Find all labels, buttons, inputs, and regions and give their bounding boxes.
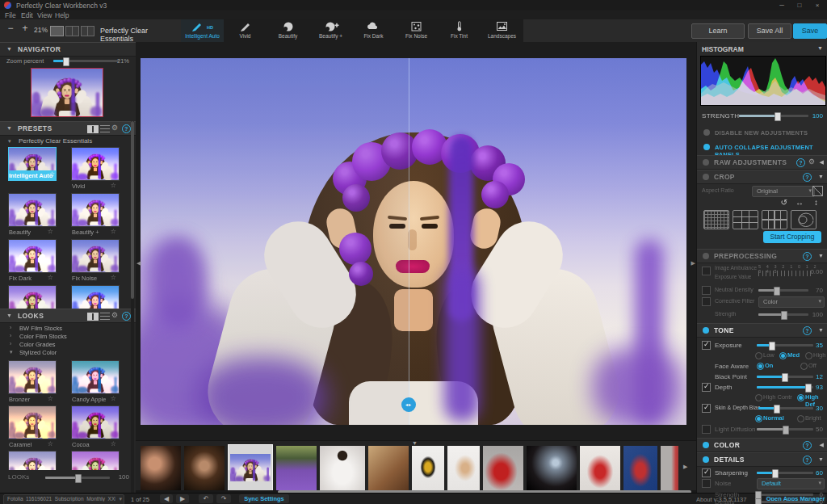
look-item-bronzer[interactable]: ◂▸ Bronzer☆ [8, 360, 55, 405]
preset-item-beautify-plus[interactable]: ◂▸ Beautify +☆ [71, 193, 118, 237]
looks-group-bw-film-stocks[interactable]: › BW Film Stocks [10, 325, 131, 333]
looks-panel-header[interactable]: ▼ LOOKS ⚙ ? [0, 309, 136, 323]
filmstrip-thumbnail[interactable] [661, 446, 678, 490]
expand-icon[interactable]: ◀ [820, 442, 824, 448]
help-icon[interactable]: ? [803, 252, 812, 261]
look-item-caramel[interactable]: ◂▸ Caramel☆ [8, 405, 55, 450]
noise-strength-slider[interactable] [757, 494, 813, 496]
look-item-candy-apple[interactable]: ◂▸ Candy Apple☆ [71, 360, 118, 405]
star-icon[interactable]: ☆ [111, 228, 116, 235]
depth-high-def-radio[interactable] [797, 394, 804, 401]
save-button[interactable]: Save [793, 23, 827, 39]
skin-bright-radio[interactable] [797, 415, 804, 422]
disable-new-adjustments-toggle[interactable]: DISABLE NEW ADJUSTMENTS [702, 128, 827, 137]
panel-state-icon[interactable] [703, 456, 709, 463]
filmstrip-thumbnail[interactable] [412, 446, 444, 490]
depth-checkbox[interactable]: ✓ [702, 383, 711, 392]
start-cropping-button[interactable]: Start Cropping [763, 231, 821, 243]
toolbar-preset-fix-tint[interactable]: Fix Tint [438, 19, 481, 42]
exposure-low-radio[interactable] [755, 352, 762, 359]
thumbnail-view-icon[interactable] [87, 125, 99, 133]
preset-group-selector[interactable]: Perfectly Clear Essentials ▾ [95, 25, 179, 36]
corrective-filter-checkbox[interactable] [702, 297, 711, 306]
help-icon[interactable]: ? [122, 312, 131, 321]
aspect-ratio-dropdown[interactable]: Original ▾ [752, 186, 815, 197]
strength-slider[interactable] [739, 115, 808, 117]
list-view-icon[interactable] [100, 313, 110, 320]
star-icon[interactable]: ☆ [111, 182, 116, 189]
menu-file[interactable]: File [5, 11, 16, 19]
image-ambulance-checkbox[interactable] [702, 267, 711, 275]
navigator-thumbnail[interactable]: ◂▸ [31, 68, 103, 117]
expand-icon[interactable]: ◀ [820, 159, 824, 166]
toolbar-preset-beautify[interactable]: Beautify [267, 19, 309, 42]
before-after-split-handle[interactable]: ◂▸ [401, 397, 416, 412]
face-aware-off-radio[interactable] [800, 363, 808, 370]
help-icon[interactable]: ? [803, 456, 812, 464]
zoom-out-button[interactable]: − [5, 23, 16, 34]
collapse-icon[interactable]: ▼ [817, 45, 823, 51]
color-header[interactable]: COLOR ? ◀ [697, 438, 827, 452]
list-view-icon[interactable] [100, 125, 110, 132]
filmstrip-thumbnail[interactable] [368, 446, 409, 490]
toolbar-preset-vivid[interactable]: Vivid [224, 19, 267, 42]
preset-item-beautify[interactable]: ◂▸ Beautify☆ [8, 193, 55, 237]
preset-item-intelligent-auto[interactable]: ◂▸ Intelligent Auto☆ [8, 147, 55, 191]
learn-button[interactable]: Learn [691, 23, 745, 39]
presets-panel-header[interactable]: ▼ PRESETS ⚙ ? [0, 121, 136, 136]
preset-item-partial[interactable]: ◂▸ [71, 285, 118, 309]
view-split-button[interactable] [65, 26, 79, 36]
save-all-button[interactable]: Save All [748, 23, 791, 39]
skin-depth-bias-slider[interactable] [758, 407, 813, 410]
corrective-filter-dropdown[interactable]: Color ▾ [758, 296, 825, 308]
preset-item-partial[interactable]: ◂▸ [8, 285, 55, 309]
collapse-icon[interactable]: ▼ [818, 174, 824, 179]
filmstrip-thumbnail[interactable] [320, 446, 365, 490]
grid-quarters-button[interactable] [762, 210, 787, 229]
light-diffusion-checkbox[interactable] [702, 425, 711, 434]
star-icon[interactable]: ☆ [48, 440, 53, 447]
panel-state-icon[interactable] [703, 174, 709, 180]
zoom-in-button[interactable]: + [19, 23, 31, 34]
auto-collapse-toggle[interactable]: AUTO COLLAPSE ADJUSTMENT PANELS [702, 142, 827, 152]
details-header[interactable]: DETAILS ? ▼ [697, 452, 827, 467]
menu-help[interactable]: Help [55, 11, 69, 19]
star-icon[interactable]: ☆ [48, 274, 53, 281]
menu-edit[interactable]: Edit [21, 11, 33, 19]
star-icon[interactable]: ☆ [49, 170, 55, 178]
preset-item-vivid[interactable]: ◂▸ Vivid☆ [71, 147, 118, 191]
redo-button[interactable]: ↷ [216, 494, 231, 503]
looks-group-color-film-stocks[interactable]: › Color Film Stocks [10, 333, 131, 341]
help-icon[interactable]: ? [803, 441, 812, 450]
toolbar-preset-landscapes[interactable]: Landscapes [481, 19, 523, 42]
looks-strength-slider[interactable] [45, 477, 110, 479]
raw-adjustments-header[interactable]: RAW ADJUSTMENTS ? ⚙ ◀ [697, 155, 827, 170]
main-image[interactable]: ◂▸ [141, 58, 686, 425]
thumbnail-view-icon[interactable] [87, 313, 99, 321]
before-after-split-line[interactable] [409, 58, 409, 425]
star-icon[interactable]: ☆ [48, 228, 53, 235]
next-image-button[interactable]: ▶ [176, 494, 189, 503]
preprocessing-header[interactable]: PREPROCESSING ? ▼ [697, 249, 827, 263]
ev-ruler[interactable] [758, 271, 812, 276]
flip-horizontal-icon[interactable]: ↔ [796, 198, 804, 207]
view-single-button[interactable] [50, 26, 64, 36]
exposure-high-radio[interactable] [805, 352, 812, 359]
filmstrip-thumbnail[interactable] [276, 446, 317, 490]
neutral-density-checkbox[interactable] [702, 286, 711, 295]
noise-dropdown[interactable]: Default ▾ [757, 478, 825, 489]
filmstrip-thumbnail[interactable] [527, 446, 577, 490]
panel-state-icon[interactable] [703, 253, 709, 259]
collapse-right-panel-icon[interactable]: ▶ [691, 260, 695, 267]
panel-state-icon[interactable] [703, 327, 709, 334]
flip-vertical-icon[interactable]: ↕ [814, 198, 818, 207]
collapse-left-panel-icon[interactable]: ◀ [136, 260, 141, 267]
collapse-icon[interactable]: ▼ [818, 327, 824, 333]
pp-strength-slider[interactable] [758, 313, 808, 316]
look-item-partial[interactable]: ◂▸ [8, 451, 55, 470]
tone-exposure-slider[interactable] [757, 344, 813, 346]
filmstrip-thumbnail[interactable] [447, 446, 480, 490]
left-sidebar-scrollbar[interactable] [131, 121, 134, 493]
look-item-cocoa[interactable]: ◂▸ Cocoa☆ [71, 405, 118, 450]
zoom-percent-slider[interactable] [53, 60, 120, 62]
